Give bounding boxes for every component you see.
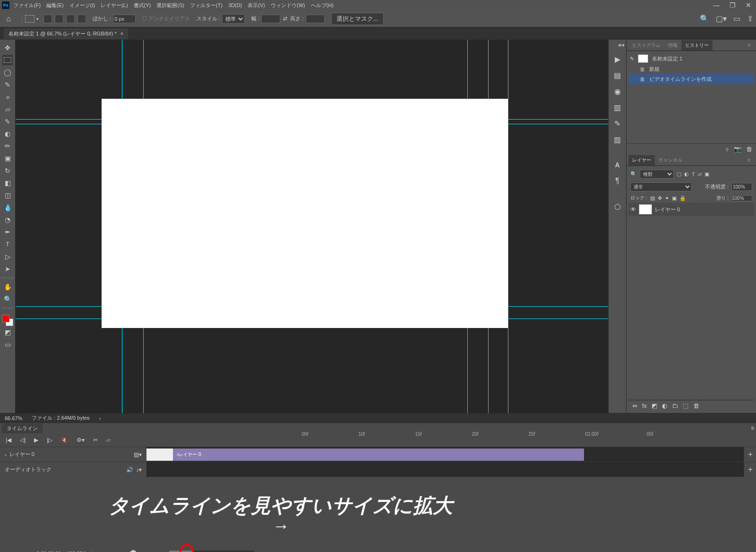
tool-dropdown-icon[interactable]: ▾ — [36, 17, 39, 21]
history-item[interactable]: ビデオタイムラインを作成 — [649, 76, 712, 83]
new-layer-icon[interactable]: ⬚ — [683, 402, 688, 409]
move-tool[interactable]: ✥ — [2, 43, 13, 53]
selection-add-icon[interactable] — [55, 15, 63, 23]
filter-smart-icon[interactable]: ▣ — [704, 171, 709, 177]
height-input[interactable] — [306, 15, 325, 23]
search-icon[interactable]: 🔍 — [700, 14, 709, 23]
file-info[interactable]: ファイル : 2.64M/0 bytes — [32, 414, 89, 422]
layer-visibility-icon[interactable]: 👁 — [630, 206, 636, 213]
timeline-tab[interactable]: タイムライン — [2, 423, 43, 433]
timeline-menu-icon[interactable]: ≡ — [751, 425, 754, 431]
transition-icon[interactable]: ▱ — [104, 437, 112, 443]
3d-panel-icon[interactable]: ⬡ — [611, 200, 624, 213]
type-tool[interactable]: T — [2, 239, 13, 250]
marquee-selector-icon[interactable] — [25, 15, 34, 23]
menu-layer[interactable]: レイヤー(L) — [101, 2, 128, 9]
spot-heal-tool[interactable]: ◐ — [2, 129, 13, 139]
status-arrow-icon[interactable]: › — [99, 415, 101, 421]
new-doc-from-state-icon[interactable]: ⎀ — [725, 146, 729, 153]
color-swatches[interactable] — [2, 315, 13, 326]
tab-info[interactable]: 情報 — [664, 40, 681, 51]
mute-track-icon[interactable]: 🔊 — [126, 466, 133, 473]
width-input[interactable] — [261, 15, 280, 23]
split-icon[interactable]: ✂ — [91, 437, 100, 443]
lock-artboard-icon[interactable]: ✦ — [665, 195, 669, 201]
paragraph-panel-icon[interactable]: ¶ — [611, 175, 624, 187]
eyedropper-tool[interactable]: ✎ — [2, 116, 13, 127]
close-tab-icon[interactable]: × — [120, 31, 123, 36]
color-panel-icon[interactable]: ◉ — [611, 85, 624, 97]
history-doc-name[interactable]: 名称未設定 1 — [652, 55, 682, 62]
workspace-icon[interactable]: ▢▾ — [716, 14, 727, 23]
tab-history[interactable]: ヒストリー — [681, 40, 713, 51]
expand-panels-icon[interactable]: ◀◀ — [618, 43, 624, 47]
panel-icon[interactable]: ▤ — [611, 69, 624, 81]
mute-icon[interactable]: 🔇 — [59, 437, 70, 443]
crop-tool[interactable]: ⟡ — [2, 92, 13, 102]
zoom-out-icon[interactable]: ▴ — [99, 551, 102, 552]
lock-pixels-icon[interactable]: ▨ — [650, 195, 655, 201]
quick-select-tool[interactable]: ✎ — [2, 79, 13, 90]
character-panel-icon[interactable]: A — [611, 159, 624, 171]
tab-histogram[interactable]: ヒストグラム — [628, 40, 664, 51]
lasso-tool[interactable]: ◯ — [2, 67, 13, 78]
frame-icon[interactable]: ▭ — [733, 14, 740, 23]
menu-type[interactable]: 書式(Y) — [134, 2, 151, 9]
home-icon[interactable]: ⌂ — [3, 13, 14, 25]
panel-icon[interactable]: ▥ — [611, 133, 624, 146]
zoom-in-icon[interactable]: ▴▴ — [153, 551, 159, 552]
frame-tool[interactable]: ▱ — [2, 104, 13, 114]
render-icon[interactable]: ↗ — [26, 551, 30, 552]
dodge-tool[interactable]: ◔ — [2, 215, 13, 225]
lock-nest-icon[interactable]: ▣ — [672, 195, 677, 201]
filter-type-icon[interactable]: T — [692, 172, 695, 177]
gradient-tool[interactable]: ◫ — [2, 190, 13, 200]
hand-tool[interactable]: ✋ — [2, 282, 13, 292]
lock-position-icon[interactable]: ✥ — [658, 195, 662, 201]
history-source-icon[interactable]: ✎ — [630, 56, 634, 62]
link-layers-icon[interactable]: ⇔ — [632, 402, 637, 409]
tab-channels[interactable]: チャンネル — [655, 155, 686, 165]
quick-mask-tool[interactable]: ◩ — [2, 327, 13, 337]
layer-fx-icon[interactable]: fx — [642, 402, 647, 409]
document-canvas[interactable] — [102, 99, 508, 328]
foreground-color[interactable] — [2, 315, 9, 322]
path-select-tool[interactable]: ▷ — [2, 251, 13, 262]
filter-shape-icon[interactable]: ▱ — [698, 171, 702, 177]
track-name[interactable]: レイヤー 0 — [9, 451, 34, 458]
zoom-level[interactable]: 66.67% — [5, 415, 22, 421]
zoom-tool[interactable]: 🔍 — [2, 294, 13, 304]
layer-clip[interactable]: › レイヤー 0 — [173, 448, 584, 461]
prev-frame-icon[interactable]: ◁| — [18, 437, 27, 443]
menu-3d[interactable]: 3D(D) — [228, 2, 242, 8]
go-to-first-icon[interactable]: |◀ — [4, 437, 13, 443]
lock-all-icon[interactable]: 🔒 — [679, 195, 686, 201]
menu-edit[interactable]: 編集(E) — [46, 2, 64, 9]
window-close-button[interactable]: ✕ — [743, 1, 754, 9]
layer-name[interactable]: レイヤー 0 — [655, 206, 680, 213]
share-icon[interactable]: ⇪ — [747, 14, 753, 23]
opacity-input[interactable] — [731, 183, 752, 191]
menu-file[interactable]: ファイル(F) — [13, 2, 41, 9]
menu-view[interactable]: 表示(V) — [248, 2, 265, 9]
screen-mode-tool[interactable]: ▭ — [2, 339, 13, 350]
rectangular-marquee-tool[interactable] — [2, 55, 13, 65]
filter-pixel-icon[interactable]: ▢ — [677, 171, 681, 177]
filter-adjust-icon[interactable]: ◐ — [684, 171, 689, 177]
actions-play-icon[interactable]: ▶ — [611, 53, 624, 65]
brush-panel-icon[interactable]: ✎ — [611, 117, 624, 129]
swap-wh-icon[interactable]: ⇄ — [283, 16, 287, 22]
delete-layer-icon[interactable]: 🗑 — [693, 402, 699, 409]
pen-tool[interactable]: ✒ — [2, 227, 13, 237]
direct-select-tool[interactable]: ➤ — [2, 264, 13, 274]
layer-mask-icon[interactable]: ◩ — [652, 402, 657, 409]
collapse-track-icon[interactable]: › — [5, 452, 7, 457]
new-group-icon[interactable]: 🗀 — [672, 402, 678, 409]
next-frame-icon[interactable]: |▷ — [45, 437, 54, 443]
clone-stamp-tool[interactable]: ▣ — [2, 153, 13, 164]
menu-select[interactable]: 選択範囲(S) — [156, 2, 184, 9]
selection-intersect-icon[interactable] — [77, 15, 86, 23]
panel-icon[interactable]: ▥ — [611, 101, 624, 113]
fill-input[interactable] — [731, 195, 752, 201]
style-select[interactable]: 標準 — [222, 14, 245, 24]
